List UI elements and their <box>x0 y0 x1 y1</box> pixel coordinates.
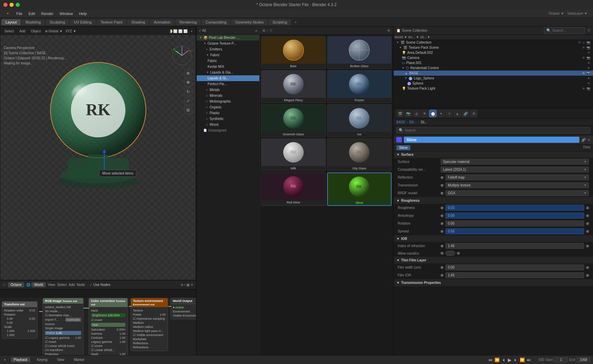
props-material-icon-btn[interactable]: ⬤ <box>429 110 437 117</box>
props-view-icon-btn[interactable]: 👁 <box>421 110 428 117</box>
outliner-plane[interactable]: ▭ Plane.001 👁 <box>394 60 593 65</box>
grid-settings[interactable]: ⚙ <box>387 29 390 32</box>
sidebar-all-label[interactable]: ✓ All <box>199 29 206 32</box>
close-button[interactable] <box>3 3 7 7</box>
node-editor-select[interactable]: Select <box>57 283 67 287</box>
tree-plastic[interactable]: ▷ Plastic <box>203 110 259 116</box>
props-particles-icon-btn[interactable]: ✦ <box>437 110 445 117</box>
transmission-dropdown[interactable]: Multiply texture ▼ <box>445 182 589 188</box>
node-transform[interactable]: Transform out Rotation orderXYZ Rotation… <box>2 301 37 339</box>
status-view[interactable]: View <box>54 357 67 362</box>
tree-motiongraphic[interactable]: ▷ Motiongraphic <box>203 98 259 104</box>
tab-sculpting[interactable]: Sculpting <box>46 19 69 25</box>
anisotropy-value[interactable]: 0.00 <box>445 213 584 218</box>
tree-synthetic[interactable]: ▷ Synthetic <box>203 116 259 122</box>
film-ior-end-dot[interactable] <box>586 274 589 277</box>
props-render-icon-btn[interactable]: 📷 <box>405 110 412 117</box>
tab-surface[interactable]: Slime <box>396 145 410 150</box>
status-playback[interactable]: Playback <box>11 357 30 362</box>
rotation-dot[interactable] <box>441 222 443 225</box>
sphere-eye[interactable]: 👁 <box>587 82 590 85</box>
node-tab-octane[interactable]: Octane <box>8 282 24 287</box>
rotation-value[interactable]: 0.00 <box>445 221 584 226</box>
menu-help[interactable]: Help <box>76 11 90 16</box>
texture-item-elegant-plexy[interactable]: RK Elegant Plexy <box>261 70 326 103</box>
film-ior-value[interactable]: 1.45 <box>445 272 584 278</box>
tree-kevlar[interactable]: Kevlar MIX <box>197 64 259 70</box>
material-color-swatch[interactable] <box>396 137 402 142</box>
outliner-logo-sphere[interactable]: ▼ ⬤ Logo_Sphere 👁 <box>394 76 593 81</box>
outliner-ba-label[interactable]: BA... ▼ <box>408 35 419 39</box>
texture-item-ice[interactable]: RK Ice <box>327 104 392 137</box>
tab-rendering[interactable]: Rendering <box>175 19 201 25</box>
base-eye[interactable]: 👁 <box>582 72 585 75</box>
rotate-tool[interactable]: ↻ <box>184 88 192 96</box>
surface-type-dropdown[interactable]: Specular material ▼ <box>441 159 589 165</box>
tree-fabric[interactable]: ▼ Fabric <box>203 52 259 58</box>
render-icon[interactable]: 📷 <box>587 41 590 44</box>
roughness-end-dot[interactable] <box>586 207 589 209</box>
tab-animation[interactable]: Animation <box>150 19 175 25</box>
node-texture-environment[interactable]: Texture environment Environment out Text… <box>131 298 168 351</box>
breadcrumb-sli[interactable]: Sli... <box>421 120 427 124</box>
transform-tool[interactable]: ⊞ <box>184 106 192 114</box>
outliner-sli-label[interactable]: Sli... ▼ <box>420 35 430 39</box>
menu-render[interactable]: Render <box>39 11 56 16</box>
sort-icon[interactable]: ↕ <box>267 29 268 32</box>
node-rgb-image[interactable]: RGB Image Texture out octane_studio1.hdr… <box>43 298 83 364</box>
tab-geometry-nodes[interactable]: Geometry Nodes <box>231 19 268 25</box>
thin-film-section-header[interactable]: ▼ Thin Film Layer <box>394 257 593 263</box>
tex-scene-eye[interactable]: 👁 <box>582 46 585 49</box>
outliner-texture-pack-scene[interactable]: ▼ 🎬 Texture Pack Scene 👁 📷 <box>394 45 593 50</box>
view-icon[interactable]: ⊞ <box>262 29 265 32</box>
rotation-end-dot[interactable] <box>586 222 589 225</box>
tree-wood[interactable]: ▷ Wood <box>203 122 259 127</box>
props-data-icon-btn[interactable]: ⚙ <box>470 110 477 117</box>
cam-render-icon[interactable]: 📷 <box>587 56 590 60</box>
material-link-icon[interactable]: 🔗 <box>581 138 586 142</box>
viewport-object-menu[interactable]: Object <box>30 29 42 33</box>
prev-frame-btn[interactable]: ⏪ <box>495 358 500 362</box>
brdf-dot[interactable] <box>441 192 443 195</box>
tree-metals[interactable]: ▷ Metals <box>203 87 259 93</box>
node-editor[interactable]: Transform out Rotation orderXYZ Rotation… <box>0 289 196 364</box>
tex-light-eye[interactable]: 👁 <box>582 87 585 90</box>
outliner-texture-pack-light[interactable]: 💡 Texture Pack Light 👁 📷 <box>394 86 593 91</box>
props-object-icon-btn[interactable]: ▲ <box>454 110 461 117</box>
tree-emitters[interactable]: ▷ Emitters <box>203 46 259 52</box>
ior-dot[interactable] <box>441 245 443 247</box>
orientation[interactable]: XYZ ▼ <box>65 29 76 33</box>
renderball-eye[interactable]: 👁 <box>587 66 590 70</box>
plane-eye[interactable]: 👁 <box>587 61 590 65</box>
cursor-icon[interactable]: ⊙ <box>582 41 585 44</box>
viewport-gizmo[interactable]: X Y Z <box>172 45 192 66</box>
sidebar-add-btn[interactable]: + <box>255 29 257 33</box>
material-data-tab[interactable]: Data <box>583 145 590 150</box>
viewport-add-menu[interactable]: Add <box>18 29 27 33</box>
logo-sphere-eye[interactable]: 👁 <box>587 77 590 80</box>
outliner-camera[interactable]: 📷 Camera 👁 📷 <box>394 55 593 60</box>
play-btn[interactable]: ▶ <box>508 357 512 363</box>
transmission-dot[interactable] <box>441 184 443 187</box>
fullscreen-button[interactable] <box>16 3 20 7</box>
world-selector[interactable]: 🌐 World <box>26 282 46 287</box>
outliner-search[interactable]: 🔍 <box>544 27 585 34</box>
brdf-dropdown[interactable]: GGX ▼ <box>445 190 589 196</box>
cursor-tool[interactable]: ⊕ <box>184 69 192 77</box>
tree-liquids[interactable]: ▼ Liquids & Gla... <box>203 70 259 75</box>
props-constraints-icon-btn[interactable]: 🔗 <box>462 110 469 117</box>
viewport-overlays[interactable]: ⚬ <box>190 29 193 33</box>
move-tool[interactable]: ✥ <box>184 78 192 87</box>
end-frame-input[interactable] <box>577 357 590 362</box>
outliner-renderball[interactable]: ▼ ⬡ Renderball Control 👁 <box>394 65 593 71</box>
filter-icon[interactable]: ▽ <box>270 29 272 32</box>
use-nodes-toggle[interactable]: ✓ Use Nodes <box>90 283 110 287</box>
tab-compositing[interactable]: Compositing <box>201 19 230 25</box>
prev-keyframe-btn[interactable]: ⏴ <box>502 358 506 362</box>
ior-end-dot[interactable] <box>586 245 589 247</box>
film-width-value[interactable]: 0.00 <box>445 264 584 270</box>
menu-blender[interactable]: 🔸 <box>3 11 13 16</box>
tree-root-item[interactable]: ▼ 📦 Pixel Lab Blender ... <box>197 35 259 41</box>
ior-value[interactable]: 1.46 <box>445 243 584 249</box>
tree-minerals[interactable]: ▷ Minerals <box>203 93 259 98</box>
